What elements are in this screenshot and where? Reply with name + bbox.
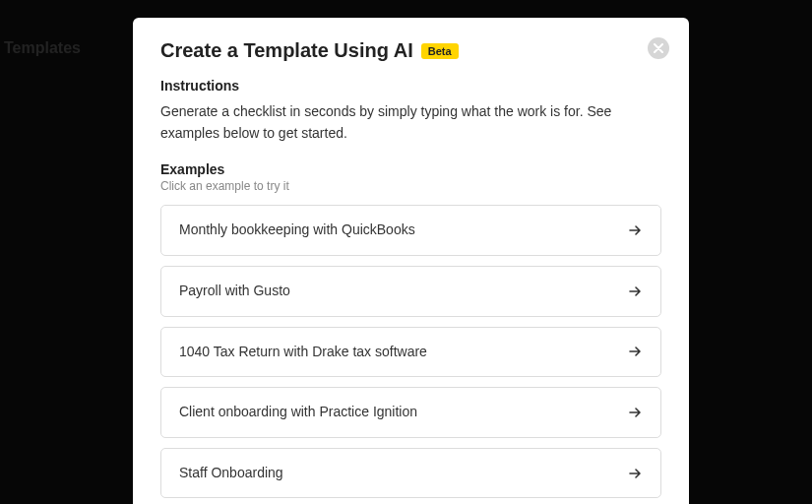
example-item[interactable]: Payroll with Gusto [160,266,661,317]
arrow-right-icon [627,284,643,299]
arrow-right-icon [627,344,643,359]
arrow-right-icon [627,405,643,420]
arrow-right-icon [627,222,643,238]
example-label: Monthly bookkeeping with QuickBooks [179,220,427,240]
examples-heading: Examples [160,161,661,177]
example-label: 1040 Tax Return with Drake tax software [179,343,439,362]
example-label: Client onboarding with Practice Ignition [179,403,429,422]
instructions-heading: Instructions [160,78,661,94]
create-template-modal: Create a Template Using AI Beta Instruct… [133,18,689,504]
example-item[interactable]: Monthly bookkeeping with QuickBooks [160,205,661,256]
beta-badge: Beta [421,43,459,59]
example-item[interactable]: Client onboarding with Practice Ignition [160,387,661,438]
example-label: Staff Onboarding [179,464,295,483]
example-item[interactable]: 1040 Tax Return with Drake tax software [160,327,661,378]
modal-title: Create a Template Using AI [160,39,413,62]
close-button[interactable] [648,37,669,59]
example-item[interactable]: Staff Onboarding [160,448,661,499]
examples-list: Monthly bookkeeping with QuickBooks Payr… [160,205,661,504]
arrow-right-icon [627,466,643,481]
instructions-text: Generate a checklist in seconds by simpl… [160,101,661,144]
examples-subtext: Click an example to try it [160,179,661,193]
example-label: Payroll with Gusto [179,282,302,301]
close-icon [654,41,663,56]
modal-header: Create a Template Using AI Beta [160,39,661,62]
